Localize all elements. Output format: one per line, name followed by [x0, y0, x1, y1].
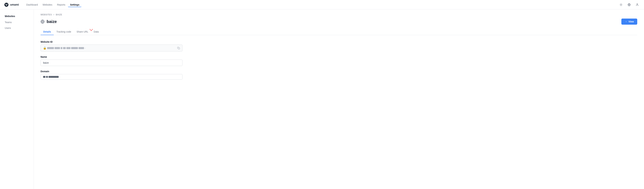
language-icon: [628, 3, 631, 6]
sidebar-item-users[interactable]: Users: [3, 25, 31, 31]
nav-links: Dashboard Websites Reports Settings: [24, 2, 613, 7]
logo[interactable]: umami: [4, 2, 19, 7]
main-content: WEBSITES > BAIZE baize → View Details Tr…: [34, 9, 644, 189]
view-button[interactable]: → View: [621, 18, 637, 25]
breadcrumb-websites[interactable]: WEBSITES: [40, 13, 52, 16]
nav-link-settings[interactable]: Settings: [68, 2, 81, 7]
svg-line-8: [622, 4, 622, 4]
nav-link-reports[interactable]: Reports: [55, 2, 67, 7]
sidebar-item-teams[interactable]: Teams: [3, 19, 31, 25]
id-blur-5: [66, 47, 70, 49]
tab-details[interactable]: Details: [40, 29, 54, 35]
svg-line-3: [620, 4, 620, 4]
tabs-container: Details Tracking code Share URL Data: [40, 29, 637, 35]
id-blur-6: [71, 47, 78, 49]
theme-icon: [620, 3, 622, 6]
website-id-field-group: Website ID 🔒 -: [40, 40, 182, 51]
logo-icon: [4, 2, 9, 7]
id-blur-4: [63, 47, 66, 49]
name-field-group: Name: [40, 55, 182, 66]
website-id-input-wrapper: 🔒 -: [40, 44, 182, 51]
domain-blur-3: [48, 76, 58, 78]
tab-share-url[interactable]: Share URL: [74, 29, 91, 35]
profile-icon: [636, 3, 639, 6]
svg-point-0: [620, 4, 622, 5]
id-blur-7: [78, 47, 84, 49]
id-lock-icon: 🔒: [43, 46, 46, 50]
top-navigation: umami Dashboard Websites Reports Setting…: [0, 0, 644, 9]
id-blur-1: [47, 47, 54, 49]
breadcrumb: WEBSITES > BAIZE: [40, 13, 637, 16]
name-input-wrapper: [40, 60, 182, 66]
page-title: baize: [47, 19, 57, 24]
svg-point-11: [637, 3, 638, 4]
website-id-value: 🔒 -: [43, 46, 86, 50]
svg-rect-14: [178, 48, 180, 49]
domain-input-wrapper: [40, 74, 182, 80]
logo-text: umami: [10, 3, 19, 6]
id-blur-3: [61, 47, 62, 49]
nav-link-websites[interactable]: Websites: [40, 2, 54, 7]
domain-value: [43, 76, 58, 78]
breadcrumb-current: BAIZE: [56, 13, 62, 16]
view-button-label: View: [628, 20, 634, 23]
domain-field-group: Domain: [40, 70, 182, 80]
tab-data[interactable]: Data: [91, 29, 102, 35]
profile-button[interactable]: [634, 2, 640, 7]
nav-right-icons: [618, 2, 640, 7]
website-id-label: Website ID: [40, 40, 182, 43]
nav-link-dashboard[interactable]: Dashboard: [24, 2, 40, 7]
theme-toggle-button[interactable]: [618, 2, 624, 7]
website-globe-icon: [40, 19, 44, 24]
page-header: baize → View: [40, 18, 637, 25]
sidebar-section-title: Websites: [3, 13, 31, 19]
page-title-area: baize: [40, 19, 57, 24]
view-button-arrow: →: [625, 20, 627, 23]
id-dash: -: [85, 47, 86, 49]
main-layout: Websites Teams Users WEBSITES > BAIZE ba…: [0, 9, 644, 189]
domain-blur-2: [46, 76, 48, 78]
copy-id-button[interactable]: [177, 47, 180, 49]
breadcrumb-separator: >: [53, 13, 54, 16]
sidebar: Websites Teams Users: [0, 9, 34, 189]
language-button[interactable]: [626, 2, 632, 7]
name-input[interactable]: [43, 61, 180, 64]
domain-blur-1: [43, 76, 46, 78]
name-label: Name: [40, 55, 182, 58]
domain-label: Domain: [40, 70, 182, 73]
tab-tracking-code[interactable]: Tracking code: [54, 29, 74, 35]
id-blur-2: [54, 47, 60, 49]
